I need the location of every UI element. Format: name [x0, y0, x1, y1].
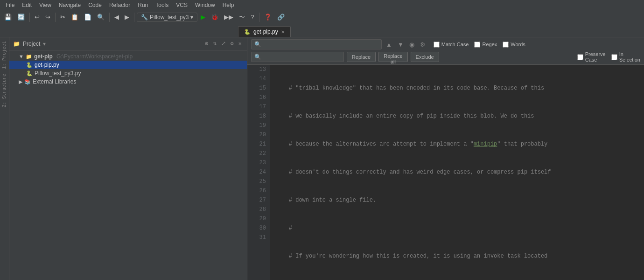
- ln-27: 27: [251, 196, 266, 205]
- tab-label: get-pip.py: [253, 28, 278, 35]
- match-case-option[interactable]: Match Case: [434, 42, 469, 48]
- sidebar: 📁 Project ▾ ⚙ ⇅ ⤢ ⚙ ✕ ▼ 📁 get-pip G:\Pyc…: [9, 37, 247, 280]
- regex-option[interactable]: Regex: [474, 42, 497, 48]
- regex-checkbox[interactable]: [474, 42, 480, 48]
- save-button[interactable]: 💾: [2, 12, 14, 22]
- code-line-19: # If you're wondering how this is create…: [275, 252, 644, 261]
- in-selection-option[interactable]: In Selection: [611, 51, 640, 63]
- ln-19: 19: [251, 121, 266, 130]
- words-label: Words: [511, 42, 525, 47]
- forward-button[interactable]: ▶: [122, 12, 132, 22]
- back-button[interactable]: ◀: [112, 12, 121, 22]
- sidebar-gear-icon[interactable]: ⚙: [229, 40, 235, 48]
- menu-file[interactable]: File: [2, 1, 18, 9]
- match-case-checkbox[interactable]: [434, 42, 440, 48]
- undo-button[interactable]: ↩: [32, 12, 42, 22]
- ln-20: 20: [251, 130, 266, 140]
- external-button[interactable]: 🔗: [275, 12, 287, 22]
- tab-get-pip-py[interactable]: 🐍 get-pip.py ✕: [238, 26, 291, 37]
- replace-all-button[interactable]: Replace all: [378, 52, 407, 62]
- tab-bar: 🐍 get-pip.py ✕: [0, 24, 644, 37]
- tree-arrow-icon-libs: ▶: [19, 79, 22, 85]
- match-case-label: Match Case: [441, 42, 469, 47]
- ln-28: 28: [251, 205, 266, 214]
- menu-view[interactable]: View: [35, 1, 55, 9]
- menu-edit[interactable]: Edit: [18, 1, 35, 9]
- sidebar-header: 📁 Project ▾ ⚙ ⇅ ⤢ ⚙ ✕: [9, 37, 247, 50]
- sidebar-close-icon[interactable]: ✕: [237, 40, 243, 48]
- search-find-input[interactable]: [251, 39, 382, 49]
- tree-item-external-libs[interactable]: ▶ 📚 External Libraries: [9, 77, 247, 86]
- run-config-selector[interactable]: 🔧 Pillow_test_py3 ▾: [137, 13, 197, 22]
- ln-31: 31: [251, 233, 266, 242]
- search-options-bottom: Preserve Case In Selection: [577, 51, 640, 63]
- tree-item-pillow-test[interactable]: 🐍 Pillow_test_py3.py: [9, 69, 247, 77]
- search-find-filter-icon[interactable]: ◉: [408, 41, 416, 49]
- preserve-case-checkbox[interactable]: [577, 54, 583, 60]
- sidebar-expand-icon[interactable]: ⤢: [220, 40, 227, 48]
- preserve-case-option[interactable]: Preserve Case: [577, 51, 606, 63]
- ln-24: 24: [251, 168, 266, 177]
- regex-label: Regex: [482, 42, 497, 47]
- sidebar-dropdown-icon[interactable]: ▾: [43, 41, 46, 47]
- menu-code[interactable]: Code: [84, 1, 105, 9]
- toolbar-sep-3: [109, 13, 110, 22]
- ln-29: 29: [251, 214, 266, 224]
- sidebar-settings-icon[interactable]: ⚙: [203, 40, 210, 48]
- ln-30: 30: [251, 224, 266, 233]
- profile-button[interactable]: 〜: [237, 12, 247, 23]
- menu-tools[interactable]: Tools: [152, 1, 172, 9]
- run-button[interactable]: ▶: [198, 12, 208, 22]
- ln-17: 17: [251, 102, 266, 112]
- tree-item-root[interactable]: ▼ 📁 get-pip G:\PycharmWorkspace\get-pip: [9, 52, 247, 61]
- exclude-button[interactable]: Exclude: [411, 52, 439, 62]
- tree-arrow-icon: ▼: [19, 54, 24, 59]
- toolbar: 💾 🔄 ↩ ↪ ✂ 📋 📄 🔍 ◀ ▶ 🔧 Pillow_test_py3 ▾ …: [0, 10, 644, 24]
- search-find-down-icon[interactable]: ▼: [396, 41, 405, 49]
- line-numbers: 13 14 15 16 17 18 19 20 21 22 23 24 25 2…: [247, 65, 270, 280]
- menu-refactor[interactable]: Refactor: [105, 1, 134, 9]
- toolbar-sep-4: [134, 13, 134, 22]
- code-line-14: # we basically include an entire copy of…: [275, 112, 644, 121]
- menu-navigate[interactable]: Navigate: [55, 1, 84, 9]
- ln-15: 15: [251, 84, 266, 93]
- menu-help[interactable]: Help: [219, 1, 238, 9]
- tree-item-get-pip-py[interactable]: 🐍 get-pip.py: [9, 61, 247, 69]
- coverage-button[interactable]: ▶▶: [222, 12, 236, 22]
- vtab-project[interactable]: 1: Project: [1, 39, 8, 71]
- sync-button[interactable]: 🔄: [15, 12, 27, 22]
- search-find-settings-icon[interactable]: ⚙: [419, 41, 427, 49]
- words-option[interactable]: Words: [503, 42, 525, 48]
- copy-button[interactable]: 📋: [69, 12, 81, 22]
- menu-vcs[interactable]: VCS: [172, 1, 191, 9]
- find-button[interactable]: 🔍: [95, 12, 107, 22]
- menu-window[interactable]: Window: [191, 1, 219, 9]
- paste-button[interactable]: 📄: [82, 12, 94, 22]
- help-button[interactable]: ❓: [262, 12, 274, 22]
- menu-run[interactable]: Run: [134, 1, 152, 9]
- sidebar-title: Project: [23, 41, 40, 47]
- vtab-structure[interactable]: 2: Structure: [1, 72, 8, 109]
- sidebar-scroll-icon[interactable]: ⇅: [211, 40, 217, 48]
- replace-button[interactable]: Replace: [347, 52, 376, 62]
- tab-close-icon[interactable]: ✕: [281, 29, 285, 35]
- code-content[interactable]: 13 14 15 16 17 18 19 20 21 22 23 24 25 2…: [247, 65, 644, 280]
- preserve-case-label: Preserve Case: [585, 51, 606, 63]
- tree-lib-icon: 📚: [24, 79, 31, 85]
- tree-py-icon-2: 🐍: [26, 70, 33, 77]
- vertical-tabs: 1: Project 2: Structure: [0, 37, 9, 280]
- redo-button[interactable]: ↪: [43, 12, 53, 22]
- search-bar: ▲ ▼ ◉ ⚙ Match Case Regex Words: [247, 37, 644, 65]
- debug-button[interactable]: 🐞: [209, 12, 221, 22]
- ln-18: 18: [251, 112, 266, 121]
- inspect-button[interactable]: ?: [248, 12, 256, 22]
- search-replace-input[interactable]: [251, 52, 344, 62]
- cut-button[interactable]: ✂: [58, 12, 68, 22]
- ln-26: 26: [251, 186, 266, 196]
- main-layout: 1: Project 2: Structure 📁 Project ▾ ⚙ ⇅ …: [0, 37, 644, 280]
- words-checkbox[interactable]: [503, 42, 509, 48]
- in-selection-checkbox[interactable]: [611, 54, 617, 60]
- project-tree: ▼ 📁 get-pip G:\PycharmWorkspace\get-pip …: [9, 50, 247, 280]
- code-line-13: # "tribal knowledge" that has been encod…: [275, 84, 644, 93]
- search-find-up-icon[interactable]: ▲: [385, 41, 393, 49]
